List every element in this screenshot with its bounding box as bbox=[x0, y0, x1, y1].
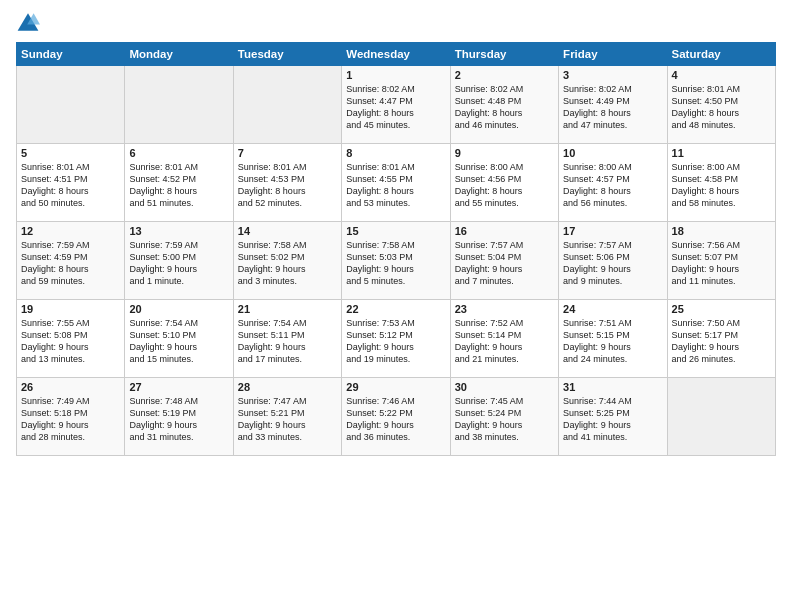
calendar-day-cell: 14Sunrise: 7:58 AM Sunset: 5:02 PM Dayli… bbox=[233, 222, 341, 300]
weekday-header: Tuesday bbox=[233, 43, 341, 66]
day-info: Sunrise: 7:52 AM Sunset: 5:14 PM Dayligh… bbox=[455, 317, 554, 366]
day-number: 24 bbox=[563, 303, 662, 315]
day-info: Sunrise: 7:51 AM Sunset: 5:15 PM Dayligh… bbox=[563, 317, 662, 366]
calendar-week-row: 19Sunrise: 7:55 AM Sunset: 5:08 PM Dayli… bbox=[17, 300, 776, 378]
day-info: Sunrise: 7:54 AM Sunset: 5:10 PM Dayligh… bbox=[129, 317, 228, 366]
day-number: 23 bbox=[455, 303, 554, 315]
day-info: Sunrise: 7:55 AM Sunset: 5:08 PM Dayligh… bbox=[21, 317, 120, 366]
calendar-day-cell: 11Sunrise: 8:00 AM Sunset: 4:58 PM Dayli… bbox=[667, 144, 775, 222]
day-info: Sunrise: 8:01 AM Sunset: 4:53 PM Dayligh… bbox=[238, 161, 337, 210]
day-number: 25 bbox=[672, 303, 771, 315]
day-number: 29 bbox=[346, 381, 445, 393]
page-container: SundayMondayTuesdayWednesdayThursdayFrid… bbox=[0, 0, 792, 464]
day-info: Sunrise: 7:53 AM Sunset: 5:12 PM Dayligh… bbox=[346, 317, 445, 366]
day-info: Sunrise: 7:50 AM Sunset: 5:17 PM Dayligh… bbox=[672, 317, 771, 366]
calendar-day-cell: 15Sunrise: 7:58 AM Sunset: 5:03 PM Dayli… bbox=[342, 222, 450, 300]
day-number: 5 bbox=[21, 147, 120, 159]
day-info: Sunrise: 7:58 AM Sunset: 5:03 PM Dayligh… bbox=[346, 239, 445, 288]
day-number: 21 bbox=[238, 303, 337, 315]
calendar-day-cell: 23Sunrise: 7:52 AM Sunset: 5:14 PM Dayli… bbox=[450, 300, 558, 378]
day-info: Sunrise: 7:57 AM Sunset: 5:04 PM Dayligh… bbox=[455, 239, 554, 288]
calendar-day-cell: 26Sunrise: 7:49 AM Sunset: 5:18 PM Dayli… bbox=[17, 378, 125, 456]
day-info: Sunrise: 8:00 AM Sunset: 4:56 PM Dayligh… bbox=[455, 161, 554, 210]
day-number: 13 bbox=[129, 225, 228, 237]
calendar-day-cell: 4Sunrise: 8:01 AM Sunset: 4:50 PM Daylig… bbox=[667, 66, 775, 144]
day-info: Sunrise: 7:54 AM Sunset: 5:11 PM Dayligh… bbox=[238, 317, 337, 366]
day-info: Sunrise: 7:45 AM Sunset: 5:24 PM Dayligh… bbox=[455, 395, 554, 444]
day-number: 12 bbox=[21, 225, 120, 237]
calendar-day-cell: 2Sunrise: 8:02 AM Sunset: 4:48 PM Daylig… bbox=[450, 66, 558, 144]
day-number: 11 bbox=[672, 147, 771, 159]
day-number: 26 bbox=[21, 381, 120, 393]
calendar-day-cell: 10Sunrise: 8:00 AM Sunset: 4:57 PM Dayli… bbox=[559, 144, 667, 222]
calendar-week-row: 5Sunrise: 8:01 AM Sunset: 4:51 PM Daylig… bbox=[17, 144, 776, 222]
weekday-header-row: SundayMondayTuesdayWednesdayThursdayFrid… bbox=[17, 43, 776, 66]
day-info: Sunrise: 8:01 AM Sunset: 4:50 PM Dayligh… bbox=[672, 83, 771, 132]
day-info: Sunrise: 8:01 AM Sunset: 4:52 PM Dayligh… bbox=[129, 161, 228, 210]
day-number: 20 bbox=[129, 303, 228, 315]
day-info: Sunrise: 7:57 AM Sunset: 5:06 PM Dayligh… bbox=[563, 239, 662, 288]
day-number: 18 bbox=[672, 225, 771, 237]
day-number: 19 bbox=[21, 303, 120, 315]
calendar-day-cell: 19Sunrise: 7:55 AM Sunset: 5:08 PM Dayli… bbox=[17, 300, 125, 378]
weekday-header: Saturday bbox=[667, 43, 775, 66]
day-number: 28 bbox=[238, 381, 337, 393]
calendar-day-cell bbox=[17, 66, 125, 144]
day-number: 22 bbox=[346, 303, 445, 315]
calendar-day-cell: 6Sunrise: 8:01 AM Sunset: 4:52 PM Daylig… bbox=[125, 144, 233, 222]
weekday-header: Thursday bbox=[450, 43, 558, 66]
day-number: 4 bbox=[672, 69, 771, 81]
calendar-day-cell: 16Sunrise: 7:57 AM Sunset: 5:04 PM Dayli… bbox=[450, 222, 558, 300]
day-number: 10 bbox=[563, 147, 662, 159]
weekday-header: Sunday bbox=[17, 43, 125, 66]
calendar-week-row: 12Sunrise: 7:59 AM Sunset: 4:59 PM Dayli… bbox=[17, 222, 776, 300]
day-info: Sunrise: 7:58 AM Sunset: 5:02 PM Dayligh… bbox=[238, 239, 337, 288]
day-number: 9 bbox=[455, 147, 554, 159]
day-info: Sunrise: 8:02 AM Sunset: 4:49 PM Dayligh… bbox=[563, 83, 662, 132]
calendar-day-cell: 1Sunrise: 8:02 AM Sunset: 4:47 PM Daylig… bbox=[342, 66, 450, 144]
calendar-day-cell: 9Sunrise: 8:00 AM Sunset: 4:56 PM Daylig… bbox=[450, 144, 558, 222]
calendar-week-row: 1Sunrise: 8:02 AM Sunset: 4:47 PM Daylig… bbox=[17, 66, 776, 144]
day-info: Sunrise: 8:00 AM Sunset: 4:57 PM Dayligh… bbox=[563, 161, 662, 210]
day-number: 7 bbox=[238, 147, 337, 159]
day-number: 3 bbox=[563, 69, 662, 81]
day-number: 2 bbox=[455, 69, 554, 81]
calendar-day-cell bbox=[667, 378, 775, 456]
calendar-table: SundayMondayTuesdayWednesdayThursdayFrid… bbox=[16, 42, 776, 456]
day-info: Sunrise: 8:02 AM Sunset: 4:47 PM Dayligh… bbox=[346, 83, 445, 132]
day-info: Sunrise: 7:59 AM Sunset: 5:00 PM Dayligh… bbox=[129, 239, 228, 288]
day-number: 1 bbox=[346, 69, 445, 81]
day-info: Sunrise: 7:47 AM Sunset: 5:21 PM Dayligh… bbox=[238, 395, 337, 444]
weekday-header: Monday bbox=[125, 43, 233, 66]
calendar-day-cell: 24Sunrise: 7:51 AM Sunset: 5:15 PM Dayli… bbox=[559, 300, 667, 378]
day-info: Sunrise: 7:56 AM Sunset: 5:07 PM Dayligh… bbox=[672, 239, 771, 288]
calendar-day-cell: 22Sunrise: 7:53 AM Sunset: 5:12 PM Dayli… bbox=[342, 300, 450, 378]
calendar-day-cell: 20Sunrise: 7:54 AM Sunset: 5:10 PM Dayli… bbox=[125, 300, 233, 378]
calendar-day-cell: 12Sunrise: 7:59 AM Sunset: 4:59 PM Dayli… bbox=[17, 222, 125, 300]
weekday-header: Friday bbox=[559, 43, 667, 66]
day-number: 6 bbox=[129, 147, 228, 159]
calendar-day-cell: 8Sunrise: 8:01 AM Sunset: 4:55 PM Daylig… bbox=[342, 144, 450, 222]
day-number: 30 bbox=[455, 381, 554, 393]
logo bbox=[16, 10, 44, 34]
calendar-day-cell: 17Sunrise: 7:57 AM Sunset: 5:06 PM Dayli… bbox=[559, 222, 667, 300]
weekday-header: Wednesday bbox=[342, 43, 450, 66]
day-number: 16 bbox=[455, 225, 554, 237]
calendar-day-cell: 18Sunrise: 7:56 AM Sunset: 5:07 PM Dayli… bbox=[667, 222, 775, 300]
header bbox=[16, 10, 776, 34]
logo-icon bbox=[16, 10, 40, 34]
day-info: Sunrise: 8:01 AM Sunset: 4:55 PM Dayligh… bbox=[346, 161, 445, 210]
calendar-day-cell: 27Sunrise: 7:48 AM Sunset: 5:19 PM Dayli… bbox=[125, 378, 233, 456]
day-info: Sunrise: 8:01 AM Sunset: 4:51 PM Dayligh… bbox=[21, 161, 120, 210]
calendar-day-cell bbox=[125, 66, 233, 144]
day-number: 27 bbox=[129, 381, 228, 393]
day-info: Sunrise: 7:44 AM Sunset: 5:25 PM Dayligh… bbox=[563, 395, 662, 444]
calendar-day-cell: 31Sunrise: 7:44 AM Sunset: 5:25 PM Dayli… bbox=[559, 378, 667, 456]
calendar-week-row: 26Sunrise: 7:49 AM Sunset: 5:18 PM Dayli… bbox=[17, 378, 776, 456]
day-info: Sunrise: 8:00 AM Sunset: 4:58 PM Dayligh… bbox=[672, 161, 771, 210]
calendar-day-cell bbox=[233, 66, 341, 144]
calendar-day-cell: 7Sunrise: 8:01 AM Sunset: 4:53 PM Daylig… bbox=[233, 144, 341, 222]
calendar-day-cell: 28Sunrise: 7:47 AM Sunset: 5:21 PM Dayli… bbox=[233, 378, 341, 456]
day-info: Sunrise: 7:46 AM Sunset: 5:22 PM Dayligh… bbox=[346, 395, 445, 444]
calendar-day-cell: 5Sunrise: 8:01 AM Sunset: 4:51 PM Daylig… bbox=[17, 144, 125, 222]
